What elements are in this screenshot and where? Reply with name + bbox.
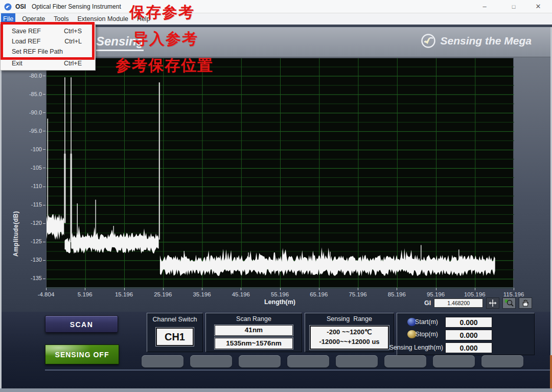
y-tick-label: -80.0 [18,73,42,79]
y-tick-mark [43,131,45,131]
sensing-range-time: -12000~~+12000 us [311,337,388,347]
annotation-load-ref: 导入参考 [133,29,198,50]
x-tick-label: 35.196 [193,291,211,297]
stop-label: Stop(m) [393,331,438,338]
tab-slot[interactable] [287,355,329,367]
crosshair-icon [488,299,497,307]
x-tick-mark [241,288,241,290]
tab-slot[interactable] [481,355,523,367]
annotation-highlight-box [1,22,95,60]
maximize-button[interactable]: □ [503,0,524,13]
y-tick-label: -115 [18,201,42,207]
y-tick-label: -95.0 [18,128,42,134]
y-tick-mark [43,76,45,76]
scan-range-bandwidth[interactable]: 41nm [215,325,293,336]
channel-switch-label: Channel Switch [147,316,202,323]
brand-right-text: Sensing the Mega [440,35,532,47]
panel-position: Start(m) Stop(m) Sensing Length(m) [397,313,535,355]
trace-noise-band [71,226,159,254]
bottom-strip [0,388,552,392]
brand-logo-icon [421,33,436,49]
x-tick-mark [124,288,125,290]
x-tick-mark [358,288,358,290]
window-titlebar: OSI Optical Fiber Sensing Instrument – □… [0,0,552,13]
y-tick-mark [43,279,45,279]
tab-slot[interactable] [142,355,183,367]
annotation-save-ref: 保存参考 [129,2,195,23]
brand-right: Sensing the Mega [421,33,532,49]
control-panel: SCAN SENSING OFF Channel Switch CH1 Scan… [0,312,552,388]
x-tick-mark [280,288,281,290]
x-tick-mark [85,288,85,290]
y-tick-label: -85.0 [18,91,42,97]
scan-range-window[interactable]: 1535nm~1576nm [215,338,293,349]
start-input[interactable] [445,317,492,328]
gi-label: GI [424,299,431,307]
magnifier-icon [504,299,514,307]
y-tick-label: -105 [18,165,42,171]
gi-row: GI [424,297,532,309]
zoom-tool-button[interactable] [502,297,516,309]
y-tick-mark [43,94,45,95]
y-tick-mark [43,242,45,242]
cursor-tool-button[interactable] [486,297,499,309]
x-tick-label: 85.196 [388,291,406,297]
x-tick-label: 15.196 [115,291,133,297]
x-tick-mark [397,288,397,290]
panel-scan-range: Scan Range 41nm 1535nm~1576nm [205,313,302,352]
y-tick-mark [43,187,45,187]
stop-input[interactable] [445,330,492,340]
y-tick-label: -90.0 [18,109,42,116]
tab-slot[interactable] [239,355,281,367]
trace-noise-band [160,247,495,276]
y-tick-mark [43,149,45,150]
x-tick-label: 115.196 [503,291,524,297]
tab-slot[interactable] [190,355,232,367]
y-tick-mark [43,168,45,168]
x-tick-mark [514,288,514,290]
minimize-button[interactable]: – [474,0,495,13]
pan-tool-button[interactable] [519,297,532,309]
x-tick-label: -4.804 [38,291,55,297]
menu-item-exit[interactable]: ExitCtrl+E [1,58,95,68]
sensing-range-temp: -200 ~~1200℃ [311,327,388,337]
y-tick-label: -125 [18,238,42,244]
trace-noise-band [47,214,64,240]
y-tick-mark [43,223,45,224]
x-axis-label: Length(m) [256,298,304,306]
y-tick-label: -130 [18,257,42,263]
app-window: OSI Optical Fiber Sensing Instrument – □… [0,0,552,392]
y-tick-mark [43,112,45,113]
tab-slot[interactable] [384,355,426,367]
y-tick-label: -100 [18,146,42,152]
y-tick-label: -135 [18,275,42,281]
chart-area: Amplitude(dB) -80.0-85.0-90.0-95.0-100-1… [0,57,552,312]
tab-slot[interactable] [433,355,475,367]
y-axis-label: Amplitude(dB) [12,211,19,257]
tab-slot[interactable] [336,355,378,367]
sensing-length-label: Sensing Length(m) [382,344,443,351]
y-tick-mark [43,260,45,261]
start-label: Start(m) [393,318,438,326]
gi-input[interactable] [434,298,483,308]
x-tick-label: 105.196 [464,291,486,297]
sensing-length-input[interactable] [445,342,492,353]
x-tick-mark [202,288,202,290]
x-tick-label: 75.196 [349,291,366,297]
x-tick-mark [319,288,319,290]
x-tick-mark [46,288,47,290]
y-tick-label: -120 [18,220,42,226]
panel-sensing-range: Sensing Range -200 ~~1200℃ -12000~~+1200… [305,313,394,352]
annotation-ref-path: 参考保存位置 [116,55,214,76]
trace-plot [47,58,514,288]
divider [45,370,552,371]
sensing-range-label: Sensing Range [305,315,394,322]
close-button[interactable]: ✕ [528,0,548,13]
menu-shortcut: Ctrl+E [64,60,95,67]
channel-value[interactable]: CH1 [156,328,194,346]
sensing-off-button[interactable]: SENSING OFF [45,344,119,364]
plot-canvas[interactable] [46,58,514,288]
desktop-edge-artifact [550,355,552,388]
sensing-range-box: -200 ~~1200℃ -12000~~+12000 us [310,326,389,350]
scan-button[interactable]: SCAN [45,315,118,333]
